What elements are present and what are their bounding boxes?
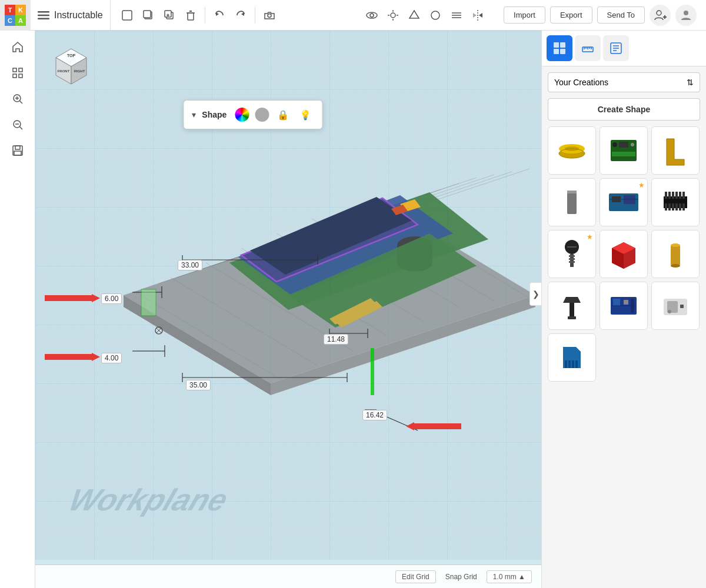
svg-marker-13 — [216, 12, 219, 16]
snap-grid-label: Snap Grid — [445, 573, 477, 581]
shape-thumb-screw[interactable]: ★ — [548, 230, 596, 278]
svg-marker-23 — [409, 11, 419, 18]
main-area: TOP FRONT RIGHT Workplane ▾ Shape 🔒 💡 6.… — [0, 31, 706, 588]
snap-grid-value[interactable]: 1.0 mm ▲ — [487, 570, 532, 583]
svg-point-34 — [684, 11, 688, 15]
svg-rect-151 — [679, 203, 681, 211]
svg-rect-147 — [665, 203, 667, 211]
color-picker-gray[interactable] — [255, 108, 269, 122]
svg-rect-146 — [682, 192, 685, 199]
svg-point-164 — [671, 243, 680, 247]
svg-rect-167 — [570, 303, 574, 318]
dim-label-1: 6.00 — [101, 293, 122, 304]
shape-thumb-standoff[interactable] — [548, 178, 596, 226]
home-view-button[interactable] — [6, 35, 29, 59]
delete-button[interactable] — [181, 6, 200, 25]
light-icon-button[interactable]: 💡 — [297, 106, 314, 123]
dim-label-2: 4.00 — [101, 353, 122, 363]
undo-button[interactable] — [210, 6, 229, 25]
zoom-in-button[interactable] — [6, 87, 29, 111]
shapes-row-1 — [548, 126, 700, 175]
shapes-row-5 — [548, 333, 700, 382]
new-button[interactable] — [118, 6, 136, 25]
mirror-tool[interactable] — [468, 6, 487, 25]
svg-point-132 — [631, 143, 634, 146]
camera-button[interactable] — [260, 6, 279, 25]
right-top-icons — [542, 31, 706, 66]
svg-rect-180 — [572, 360, 574, 368]
add-user-button[interactable] — [650, 5, 671, 26]
round-shape-tool[interactable] — [426, 6, 445, 25]
create-shape-button[interactable]: Create Shape — [548, 98, 700, 121]
user-avatar[interactable] — [675, 5, 697, 26]
shape-thumb-sdcard[interactable] — [548, 333, 596, 382]
panel-collapse-arrow[interactable]: ❯ — [530, 282, 541, 306]
svg-text:RIGHT: RIGHT — [74, 69, 85, 73]
svg-line-42 — [19, 101, 22, 104]
shape-thumb-header[interactable] — [651, 178, 700, 226]
shapes-row-4 — [548, 282, 700, 330]
top-right-actions: Import Export Send To — [494, 5, 706, 26]
svg-rect-10 — [188, 13, 194, 20]
star-badge-screw: ★ — [587, 233, 593, 241]
shape-thumb-peg[interactable] — [651, 230, 700, 278]
shapes-dropdown-area: Your Creations ⇅ — [542, 66, 706, 98]
dropdown-arrow: ⇅ — [687, 78, 694, 87]
align-tool[interactable] — [447, 6, 466, 25]
notes-button[interactable] — [603, 35, 629, 61]
svg-rect-114 — [560, 49, 565, 54]
redo-button[interactable] — [231, 6, 250, 25]
color-picker-rainbow[interactable] — [235, 108, 249, 122]
send-to-button[interactable]: Send To — [597, 6, 645, 24]
light-button[interactable] — [384, 6, 402, 25]
shape-popup-chevron-down[interactable]: ▾ — [192, 110, 196, 119]
dim-label-6: 16.42 — [362, 410, 387, 420]
shapes-dropdown[interactable]: Your Creations ⇅ — [548, 72, 700, 92]
copy-button[interactable] — [139, 6, 158, 25]
svg-rect-35 — [13, 68, 16, 72]
grid-view-button[interactable] — [547, 35, 572, 61]
view-cube[interactable]: TOP FRONT RIGHT — [45, 40, 98, 93]
shape-thumb-bracket[interactable] — [651, 126, 700, 175]
svg-rect-148 — [668, 203, 671, 211]
toolbar-separator-2 — [255, 7, 255, 24]
lock-button[interactable]: 🔒 — [275, 106, 291, 123]
svg-rect-145 — [679, 192, 681, 199]
svg-line-45 — [19, 127, 22, 130]
eye-button[interactable] — [362, 6, 381, 25]
shape-tool[interactable] — [405, 6, 424, 25]
logo-br: A — [15, 15, 26, 26]
edit-grid-button[interactable]: Edit Grid — [395, 570, 436, 583]
svg-rect-113 — [554, 49, 559, 54]
svg-marker-29 — [473, 13, 477, 18]
shape-thumb-switch[interactable] — [651, 282, 700, 330]
canvas-area[interactable]: TOP FRONT RIGHT Workplane ▾ Shape 🔒 💡 6.… — [35, 31, 541, 588]
shape-thumb-ring[interactable] — [548, 126, 596, 175]
export-button[interactable]: Export — [550, 6, 592, 24]
svg-point-15 — [268, 14, 271, 17]
svg-rect-36 — [19, 68, 22, 72]
svg-rect-179 — [568, 360, 571, 368]
svg-rect-100 — [141, 289, 156, 316]
shape-thumb-red-cube[interactable] — [600, 230, 648, 278]
logo: T K C A — [0, 0, 31, 31]
toolbar-actions — [111, 6, 494, 25]
shape-popup-title: Shape — [202, 110, 227, 119]
shape-thumb-standoff2[interactable] — [548, 282, 596, 330]
svg-marker-30 — [479, 13, 482, 18]
svg-rect-144 — [675, 192, 678, 199]
zoom-out-button[interactable] — [6, 113, 29, 136]
shape-thumb-module[interactable] — [600, 282, 648, 330]
import-button[interactable]: Import — [504, 6, 545, 24]
svg-rect-142 — [668, 192, 671, 199]
fit-view-button[interactable] — [6, 61, 29, 85]
ruler-button[interactable] — [575, 35, 601, 61]
svg-rect-170 — [613, 299, 620, 306]
svg-point-177 — [668, 310, 671, 313]
shape-thumb-pcb2[interactable]: ★ — [600, 178, 648, 226]
shapes-grid: ★ — [542, 126, 706, 588]
duplicate-button[interactable] — [160, 6, 179, 25]
svg-rect-112 — [560, 42, 565, 48]
shape-thumb-pcb1[interactable] — [600, 126, 648, 175]
save-button[interactable] — [6, 139, 29, 162]
